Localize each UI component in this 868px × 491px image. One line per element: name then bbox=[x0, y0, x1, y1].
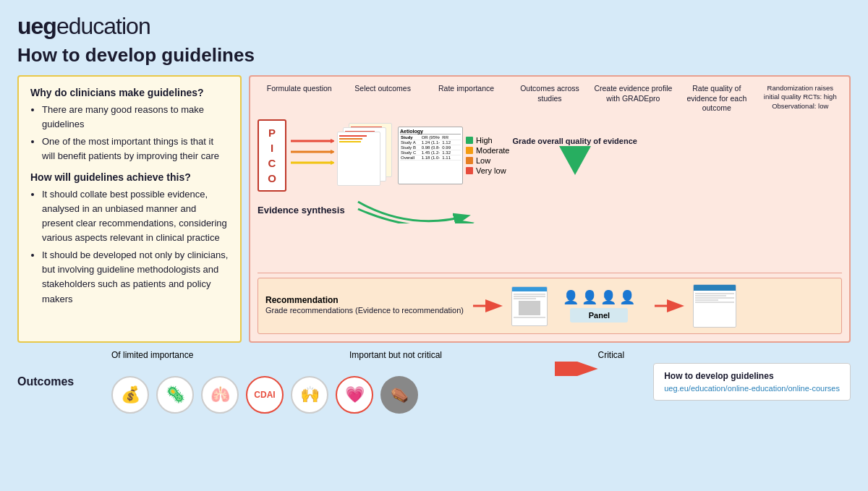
recommendation-section: Recommendation Grade recommendations (Ev… bbox=[258, 278, 842, 334]
step-label-0: Formulate question bbox=[258, 84, 341, 94]
bullet-item: There are many good reasons to make guid… bbox=[42, 103, 229, 132]
question-2-heading: How will guidelines achieve this? bbox=[30, 171, 229, 183]
panel-area: 👤 👤 👤 👤 Panel bbox=[553, 289, 645, 323]
svg-marker-4 bbox=[331, 150, 334, 154]
evidence-synthesis-row: Evidence synthesis bbox=[258, 195, 842, 223]
quality-levels: High Moderate Low bbox=[466, 136, 509, 175]
logo-ueg: ueg bbox=[17, 13, 56, 40]
quality-low: Low bbox=[466, 156, 509, 165]
outcome-icon-bacteria: 🦠 bbox=[156, 376, 194, 414]
step-label-1: Select outcomes bbox=[341, 84, 424, 94]
outcome-icons-row: 💰 🦠 🫁 CDAI 🙌 💗 ⚰️ bbox=[97, 376, 639, 414]
evidence-synthesis-section: Formulate question Select outcomes Rate … bbox=[258, 84, 842, 273]
mini-doc-1 bbox=[511, 286, 548, 326]
rec-arrow-svg bbox=[469, 295, 506, 317]
right-panel: Formulate question Select outcomes Rate … bbox=[249, 75, 851, 343]
importance-label-2: Critical bbox=[598, 350, 625, 360]
logo-row: ueg education bbox=[17, 13, 851, 40]
quality-moderate: Moderate bbox=[466, 146, 509, 155]
quality-high: High bbox=[466, 136, 509, 145]
bullet-item: It should be developed not only by clini… bbox=[42, 248, 229, 307]
studies-pages bbox=[337, 123, 395, 188]
grade-down-arrow bbox=[559, 146, 591, 175]
rec-title: Recommendation bbox=[265, 295, 464, 305]
evidence-synthesis-label: Evidence synthesis bbox=[258, 205, 345, 215]
curved-arrows-svg bbox=[351, 195, 495, 223]
bullet-item: One of the most important things is that… bbox=[42, 135, 229, 163]
logo-education: education bbox=[56, 13, 150, 40]
outcome-icon-heart: 💗 bbox=[336, 376, 373, 414]
step-label-5: Rate quality of evidence for each outcom… bbox=[675, 84, 758, 114]
left-panel: Why do clinicians make guidelines? There… bbox=[17, 75, 242, 343]
importance-label-1: Important but not critical bbox=[349, 350, 442, 360]
grade-overall: Grade overall quality of evidence bbox=[512, 136, 637, 175]
svg-marker-5 bbox=[331, 161, 334, 165]
importance-labels-row: Of limited importance Important but not … bbox=[97, 350, 639, 360]
evidence-profile-box: Aetiology Study OR (95%CI) RR Study A 1.… bbox=[398, 127, 463, 184]
bullets-2: It should collate best possible evidence… bbox=[42, 187, 229, 307]
person-icon-3: 👤 bbox=[600, 289, 616, 305]
info-box: How to develop guidelines ueg.eu/educati… bbox=[653, 363, 851, 401]
step-label-6: Randomization raises initial quality RCT… bbox=[759, 84, 842, 111]
outcome-icon-lungs: 🫁 bbox=[201, 376, 239, 414]
importance-label-0: Of limited importance bbox=[111, 350, 193, 360]
outcome-icon-gut: CDAI bbox=[246, 376, 284, 414]
step-label-3: Outcomes across studies bbox=[508, 84, 591, 103]
outcome-icon-wellness: 🙌 bbox=[291, 376, 328, 414]
person-icon-4: 👤 bbox=[619, 289, 635, 305]
step-label-4: Create evidence profile with GRADEpro bbox=[592, 84, 675, 103]
outcome-icon-death: ⚰️ bbox=[380, 376, 418, 414]
pico-box: PICO bbox=[258, 119, 286, 192]
rec-text-block: Recommendation Grade recommendations (Ev… bbox=[265, 295, 464, 316]
page-title: How to develop guidelines bbox=[17, 44, 851, 67]
arrow-bar bbox=[111, 362, 624, 373]
person-icon-1: 👤 bbox=[563, 289, 579, 305]
rec-arrow-out-svg bbox=[651, 295, 687, 317]
arrows-select bbox=[291, 127, 334, 184]
outcome-icon-cost: 💰 bbox=[111, 376, 149, 414]
arrow-bar-container: Of limited importance Important but not … bbox=[97, 350, 639, 414]
bullets-1: There are many good reasons to make guid… bbox=[42, 103, 229, 164]
bullet-item: It should collate best possible evidence… bbox=[42, 187, 229, 246]
diagram-main: PICO bbox=[258, 119, 842, 192]
bottom-section: Outcomes Of limited importance Important… bbox=[17, 350, 851, 414]
quality-very-low: Very low bbox=[466, 166, 509, 175]
info-box-url: ueg.eu/education/online-education/online… bbox=[664, 384, 840, 393]
main-row: Why do clinicians make guidelines? There… bbox=[17, 75, 851, 343]
step-labels-row: Formulate question Select outcomes Rate … bbox=[258, 84, 842, 114]
final-doc bbox=[693, 284, 736, 328]
person-icon-2: 👤 bbox=[582, 289, 597, 305]
question-1-heading: Why do clinicians make guidelines? bbox=[30, 87, 229, 98]
people-row: 👤 👤 👤 👤 bbox=[563, 289, 635, 305]
step-label-2: Rate importance bbox=[425, 84, 508, 94]
info-box-title: How to develop guidelines bbox=[664, 371, 840, 381]
gradient-arrow-svg bbox=[111, 362, 624, 376]
outcomes-label: Outcomes bbox=[17, 375, 97, 388]
rec-subtitle: Grade recommendations (Evidence to recom… bbox=[265, 305, 464, 316]
mini-docs bbox=[511, 286, 548, 326]
svg-marker-3 bbox=[331, 139, 334, 143]
panel-label: Panel bbox=[570, 308, 628, 323]
